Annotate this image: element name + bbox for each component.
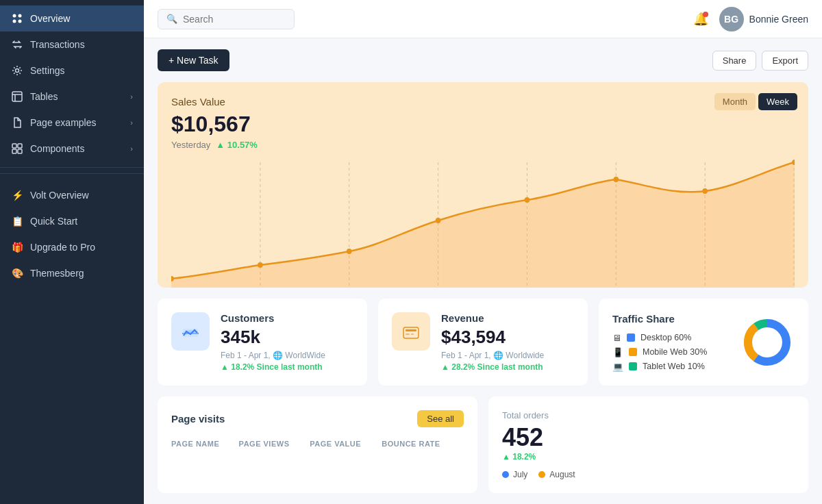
chevron-right-icon: ›: [130, 118, 133, 127]
sidebar-secondary-nav: ⚡ Volt Overview 📋 Quick Start 🎁 Upgrade …: [0, 179, 144, 286]
orders-legend-august: August: [538, 470, 575, 479]
col-page-name: PAGE NAME: [171, 436, 239, 452]
toolbar: + New Task Share Export: [158, 49, 808, 71]
customers-label: Customers: [221, 312, 353, 324]
sidebar-item-label: Settings: [30, 65, 65, 76]
sales-meta: Yesterday ▲ 10.57%: [171, 140, 795, 150]
sidebar-item-label: Volt Overview: [30, 190, 89, 201]
export-button[interactable]: Export: [762, 51, 808, 71]
palette-icon: 🎨: [11, 267, 23, 279]
col-bounce-rate: BOUNCE RATE: [382, 436, 464, 452]
sidebar-item-tables[interactable]: Tables ›: [0, 84, 144, 110]
header: 🔍 🔔 BG Bonnie Green: [144, 0, 822, 38]
svg-point-43: [754, 329, 781, 356]
sales-title: Sales Value: [171, 96, 795, 108]
customers-info: Customers 345k Feb 1 - Apr 1, 🌐 WorldWid…: [221, 312, 353, 372]
mobile-icon: 📱: [612, 347, 623, 357]
july-label: July: [513, 470, 527, 479]
widget-icon: [11, 142, 23, 155]
content-area: + New Task Share Export Month Week Sales…: [144, 38, 822, 504]
period-month-button[interactable]: Month: [714, 93, 756, 110]
share-button[interactable]: Share: [712, 51, 757, 71]
svg-point-26: [347, 249, 352, 254]
sidebar-divider: [0, 173, 144, 174]
revenue-card: Revenue $43,594 Feb 1 - Apr 1, 🌐 Worldwi…: [378, 299, 588, 386]
period-week-button[interactable]: Week: [758, 93, 797, 110]
col-page-value: PAGE VALUE: [310, 436, 382, 452]
col-page-views: PAGE VIEWS: [239, 436, 310, 452]
revenue-info: Revenue $43,594 Feb 1 - Apr 1, 🌐 Worldwi…: [441, 312, 574, 372]
see-all-button[interactable]: See all: [417, 410, 464, 427]
customers-change: ▲ 18.2% Since last month: [221, 362, 353, 372]
revenue-meta: Feb 1 - Apr 1, 🌐 Worldwide: [441, 351, 574, 360]
traffic-title: Traffic Share: [612, 313, 726, 325]
desktop-dot: [627, 333, 635, 342]
sidebar-item-settings[interactable]: Settings: [0, 58, 144, 84]
stats-row: Customers 345k Feb 1 - Apr 1, 🌐 WorldWid…: [158, 299, 808, 386]
svg-rect-34: [403, 327, 419, 338]
monitor-icon: 🖥: [612, 333, 621, 343]
page-visits-card: Page visits See all PAGE NAME PAGE VIEWS…: [158, 396, 477, 493]
sidebar-item-quick-start[interactable]: 📋 Quick Start: [0, 208, 144, 234]
orders-legend: July August: [502, 470, 795, 479]
mobile-dot: [629, 348, 637, 356]
bolt-icon: ⚡: [11, 189, 23, 201]
sidebar-item-overview[interactable]: Overview: [0, 5, 144, 32]
revenue-change: ▲ 28.2% Since last month: [441, 362, 574, 372]
book-icon: 📋: [11, 215, 23, 227]
svg-rect-38: [411, 333, 414, 335]
svg-point-0: [13, 14, 16, 18]
chevron-right-icon: ›: [130, 92, 133, 101]
orders-value: 452: [502, 423, 795, 452]
notification-dot: [703, 12, 708, 17]
sales-chart-card: Month Week Sales Value $10,567 Yesterday…: [158, 82, 808, 288]
customers-card: Customers 345k Feb 1 - Apr 1, 🌐 WorldWid…: [158, 299, 367, 386]
august-label: August: [549, 470, 575, 479]
file-icon: [11, 116, 23, 129]
august-dot: [538, 471, 545, 478]
svg-point-4: [16, 69, 19, 73]
period-buttons: Month Week: [714, 93, 797, 110]
legend-item-tablet: 💻 Tablet Web 10%: [612, 362, 726, 372]
avatar: BG: [719, 7, 744, 32]
sidebar-item-transactions[interactable]: Transactions: [0, 32, 144, 58]
revenue-label: Revenue: [441, 312, 574, 324]
sidebar-item-label: Quick Start: [30, 216, 77, 227]
svg-point-3: [18, 20, 22, 23]
traffic-info: Traffic Share 🖥 Desktop 60% 📱 Mobile Web…: [612, 313, 726, 372]
customers-meta: Feb 1 - Apr 1, 🌐 WorldWide: [221, 351, 353, 360]
svg-point-29: [614, 177, 619, 182]
sales-chart-area: Mon Tue Wed Thu Fri Sat Sun: [171, 155, 795, 288]
svg-point-28: [525, 197, 530, 203]
page-visits-title: Page visits: [171, 413, 225, 425]
svg-rect-8: [12, 149, 16, 153]
notification-button[interactable]: 🔔: [693, 12, 708, 27]
tablet-label: Tablet Web 10%: [643, 362, 705, 371]
new-task-button[interactable]: + New Task: [158, 49, 229, 71]
chevron-right-icon: ›: [130, 144, 133, 153]
sidebar-item-page-examples[interactable]: Page examples ›: [0, 110, 144, 136]
sidebar-item-themesberg[interactable]: 🎨 Themesberg: [0, 260, 144, 286]
svg-point-25: [258, 262, 263, 268]
sidebar-item-label: Page examples: [30, 117, 97, 128]
july-dot: [502, 471, 509, 478]
customers-icon: [181, 322, 200, 341]
page-visits-header: Page visits See all: [171, 410, 464, 427]
sales-value: $10,567: [171, 112, 795, 137]
bottom-row: Page visits See all PAGE NAME PAGE VIEWS…: [158, 396, 808, 493]
sales-change: ▲ 10.57%: [216, 140, 258, 150]
gear-icon: [11, 64, 23, 77]
desktop-label: Desktop 60%: [640, 333, 691, 342]
sidebar-item-components[interactable]: Components ›: [0, 136, 144, 162]
search-input[interactable]: [183, 14, 279, 25]
svg-rect-5: [12, 92, 22, 101]
customers-icon-box: [171, 312, 210, 351]
search-box[interactable]: 🔍: [158, 9, 295, 29]
page-visits-table: PAGE NAME PAGE VIEWS PAGE VALUE BOUNCE R…: [171, 436, 464, 452]
orders-change: ▲ 18.2%: [502, 452, 795, 462]
sidebar-item-upgrade-pro[interactable]: 🎁 Upgrade to Pro: [0, 234, 144, 260]
revenue-icon-box: [392, 312, 430, 351]
search-icon: 🔍: [166, 14, 177, 24]
orders-title: Total orders: [502, 410, 795, 420]
sidebar-item-volt-overview[interactable]: ⚡ Volt Overview: [0, 182, 144, 208]
